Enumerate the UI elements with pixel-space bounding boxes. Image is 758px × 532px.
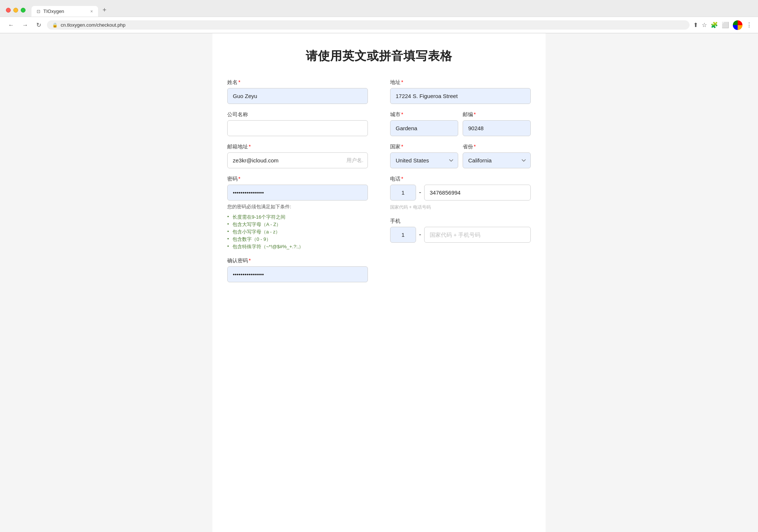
mobile-label: 手机 xyxy=(390,218,531,225)
password-rule-4: 包含数字（0 - 9） xyxy=(227,236,368,243)
tab-bar: ⊡ TIOxygen × + xyxy=(31,4,752,17)
page-content: 请使用英文或拼音填写表格 姓名* 公司名称 邮箱地址* xyxy=(212,33,546,532)
country-state-row: 国家* United States China Canada 省份* Calif… xyxy=(390,144,531,168)
company-label: 公司名称 xyxy=(227,111,368,118)
confirm-password-label: 确认密码* xyxy=(227,257,368,264)
password-rule-3: 包含小写字母（a - z） xyxy=(227,229,368,235)
password-label: 密码* xyxy=(227,176,368,182)
password-rule-1: 长度需在9-16个字符之间 xyxy=(227,214,368,220)
url-text: cn.tloxygen.com/checkout.php xyxy=(61,22,125,28)
password-rule-5: 包含特殊字符（~*!@$#%_+.?:,） xyxy=(227,243,368,250)
city-input[interactable] xyxy=(390,120,458,136)
url-bar[interactable]: 🔒 cn.tloxygen.com/checkout.php xyxy=(47,20,690,30)
address-input[interactable] xyxy=(390,88,531,104)
nav-bar: ← → ↻ 🔒 cn.tloxygen.com/checkout.php ⬆ ☆… xyxy=(0,17,758,33)
tab-close-button[interactable]: × xyxy=(90,9,93,14)
title-bar: ⊡ TIOxygen × + xyxy=(0,0,758,17)
name-input[interactable] xyxy=(227,88,368,104)
address-label: 地址* xyxy=(390,79,531,86)
email-input-wrapper: 用户名. xyxy=(227,152,368,168)
minimize-button[interactable] xyxy=(13,8,18,13)
tab-favicon: ⊡ xyxy=(37,9,40,14)
right-column: 地址* 城市* 邮编* xyxy=(390,79,531,282)
password-hint-title: 您的密码必须包满足如下条件: xyxy=(227,203,368,210)
mobile-dash: - xyxy=(419,231,421,239)
state-group: 省份* California New York Texas xyxy=(463,144,531,168)
forward-button[interactable]: → xyxy=(20,20,30,30)
reader-view-button[interactable]: ⬜ xyxy=(722,21,729,28)
share-button[interactable]: ⬆ xyxy=(693,21,698,28)
left-column: 姓名* 公司名称 邮箱地址* 用户名. xyxy=(227,79,368,282)
back-button[interactable]: ← xyxy=(6,20,16,30)
zip-group: 邮编* xyxy=(463,111,531,136)
password-group: 密码* 您的密码必须包满足如下条件: 长度需在9-16个字符之间 包含大写字母（… xyxy=(227,176,368,250)
phone-label: 电话* xyxy=(390,176,531,182)
state-select[interactable]: California New York Texas xyxy=(463,152,531,168)
password-input[interactable] xyxy=(227,185,368,201)
lock-icon: 🔒 xyxy=(52,23,58,28)
extensions-button[interactable]: 🧩 xyxy=(711,21,718,28)
company-input[interactable] xyxy=(227,120,368,136)
phone-group: 电话* - 国家代码 + 电话号码 xyxy=(390,176,531,211)
country-select[interactable]: United States China Canada xyxy=(390,152,458,168)
phone-dash: - xyxy=(419,189,421,196)
refresh-button[interactable]: ↻ xyxy=(34,20,43,30)
active-tab[interactable]: ⊡ TIOxygen × xyxy=(31,6,98,17)
city-zip-row: 城市* 邮编* xyxy=(390,111,531,136)
zip-input[interactable] xyxy=(463,120,531,136)
phone-hint: 国家代码 + 电话号码 xyxy=(390,204,531,211)
traffic-lights xyxy=(6,8,26,13)
close-button[interactable] xyxy=(6,8,11,13)
country-label: 国家* xyxy=(390,144,458,150)
tab-title: TIOxygen xyxy=(43,9,64,14)
email-label: 邮箱地址* xyxy=(227,144,368,150)
email-group: 邮箱地址* 用户名. xyxy=(227,144,368,168)
phone-number-input[interactable] xyxy=(424,185,531,201)
page-title: 请使用英文或拼音填写表格 xyxy=(227,48,531,64)
mobile-group: 手机 - xyxy=(390,218,531,243)
zip-label: 邮编* xyxy=(463,111,531,118)
state-label: 省份* xyxy=(463,144,531,150)
bookmark-button[interactable]: ☆ xyxy=(702,21,707,28)
city-label: 城市* xyxy=(390,111,458,118)
maximize-button[interactable] xyxy=(21,8,26,13)
country-group: 国家* United States China Canada xyxy=(390,144,458,168)
password-rule-2: 包含大写字母（A - Z） xyxy=(227,221,368,228)
confirm-password-group: 确认密码* xyxy=(227,257,368,282)
browser-chrome: ⊡ TIOxygen × + ← → ↻ 🔒 cn.tloxygen.com/c… xyxy=(0,0,758,33)
new-tab-button[interactable]: + xyxy=(98,4,111,17)
mobile-number-input[interactable] xyxy=(424,227,531,243)
name-label: 姓名* xyxy=(227,79,368,86)
form-layout: 姓名* 公司名称 邮箱地址* 用户名. xyxy=(227,79,531,282)
address-group: 地址* xyxy=(390,79,531,104)
nav-actions: ⬆ ☆ 🧩 ⬜ ⋮ xyxy=(693,20,752,30)
email-input[interactable] xyxy=(227,152,368,168)
profile-avatar[interactable] xyxy=(733,20,742,30)
mobile-row: - xyxy=(390,227,531,243)
password-rules: 长度需在9-16个字符之间 包含大写字母（A - Z） 包含小写字母（a - z… xyxy=(227,214,368,250)
phone-country-code-input[interactable] xyxy=(390,185,416,201)
mobile-country-code-input[interactable] xyxy=(390,227,416,243)
company-group: 公司名称 xyxy=(227,111,368,136)
confirm-password-input[interactable] xyxy=(227,266,368,282)
phone-row: - xyxy=(390,185,531,201)
name-group: 姓名* xyxy=(227,79,368,104)
city-group: 城市* xyxy=(390,111,458,136)
menu-button[interactable]: ⋮ xyxy=(746,21,752,28)
